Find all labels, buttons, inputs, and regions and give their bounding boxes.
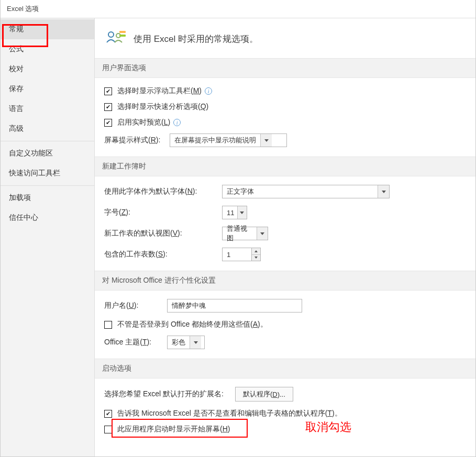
button-default-programs[interactable]: 默认程序(D)...	[235, 387, 293, 402]
info-icon[interactable]: i	[205, 87, 212, 95]
select-default-font[interactable]: 正文字体	[222, 185, 390, 198]
section-heading: 启动选项	[95, 359, 475, 378]
spinner-up[interactable]	[252, 248, 260, 255]
sidebar-item-proofing[interactable]: 校对	[1, 59, 94, 79]
chevron-down-icon	[257, 227, 268, 240]
sidebar-item-save[interactable]: 保存	[1, 79, 94, 99]
label-always-use-values: 不管是否登录到 Office 都始终使用这些值(A)。	[117, 320, 268, 329]
select-font-size[interactable]: 11	[222, 206, 247, 219]
sidebar-divider	[1, 185, 94, 186]
checkbox-show-mini-toolbar[interactable]	[104, 87, 112, 95]
checkbox-tell-default[interactable]	[104, 410, 112, 418]
label-screentip-style: 屏幕提示样式(R):	[104, 136, 160, 145]
spinner-down[interactable]	[252, 255, 260, 261]
sidebar-item-trust-center[interactable]: 信任中心	[1, 208, 94, 228]
sidebar-item-qat[interactable]: 快速访问工具栏	[1, 163, 94, 183]
label-font-size: 字号(Z):	[104, 208, 222, 217]
svg-rect-3	[119, 35, 126, 37]
section-ui-options: 用户界面选项 选择时显示浮动工具栏(M) i 选择时显示快速分析选项(Q) 启用…	[95, 58, 475, 157]
section-heading: 用户界面选项	[95, 58, 475, 78]
chevron-down-icon	[260, 134, 272, 147]
sidebar: 常规 公式 校对 保存 语言 高级 自定义功能区 快速访问工具栏 加载项 信任中…	[1, 18, 95, 456]
label-show-mini-toolbar: 选择时显示浮动工具栏(M)	[117, 86, 202, 96]
checkbox-show-start-screen[interactable]	[104, 426, 112, 433]
general-options-icon	[105, 30, 126, 48]
sidebar-item-advanced[interactable]: 高级	[1, 119, 94, 139]
section-heading: 新建工作簿时	[95, 157, 475, 176]
sidebar-item-formulas[interactable]: 公式	[1, 39, 94, 59]
label-default-view: 新工作表的默认视图(V):	[104, 229, 222, 238]
sidebar-item-general[interactable]: 常规	[1, 19, 94, 39]
label-tell-default: 告诉我 Microsoft Excel 是否不是查看和编辑电子表格的默认程序(T…	[117, 409, 342, 418]
chevron-down-icon	[237, 206, 247, 219]
sidebar-item-addins[interactable]: 加载项	[1, 188, 94, 208]
window-title: Excel 选项	[1, 0, 475, 18]
label-default-font: 使用此字体作为默认字体(N):	[104, 187, 222, 196]
info-icon[interactable]: i	[173, 119, 181, 126]
section-personalize: 对 Microsoft Office 进行个性化设置 用户名(U): 不管是否登…	[95, 271, 475, 359]
input-username[interactable]	[167, 299, 302, 313]
section-new-workbook: 新建工作簿时 使用此字体作为默认字体(N): 正文字体 字号(Z): 11	[95, 157, 475, 271]
select-default-view[interactable]: 普通视图	[222, 227, 268, 240]
label-office-theme: Office 主题(T):	[104, 338, 167, 347]
sidebar-divider	[1, 141, 94, 141]
select-screentip-style[interactable]: 在屏幕提示中显示功能说明	[170, 133, 287, 147]
checkbox-show-quick-analysis[interactable]	[104, 103, 112, 111]
svg-rect-2	[119, 31, 126, 33]
label-live-preview: 启用实时预览(L)	[117, 118, 170, 127]
label-show-quick-analysis: 选择时显示快速分析选项(Q)	[117, 102, 208, 112]
sidebar-item-language[interactable]: 语言	[1, 99, 94, 119]
label-default-extensions: 选择您希望 Excel 默认打开的扩展名:	[104, 389, 224, 399]
checkbox-live-preview[interactable]	[104, 119, 112, 127]
select-office-theme[interactable]: 彩色	[167, 336, 205, 349]
chevron-down-icon	[190, 336, 201, 349]
svg-point-0	[108, 32, 114, 37]
label-show-start-screen: 此应用程序启动时显示开始屏幕(H)	[117, 425, 230, 434]
main-pane: 使用 Excel 时采用的常规选项。 用户界面选项 选择时显示浮动工具栏(M) …	[95, 18, 475, 456]
chevron-down-icon	[378, 185, 389, 198]
label-sheet-count: 包含的工作表数(S):	[104, 250, 222, 259]
spinner-sheet-count[interactable]: 1	[222, 248, 261, 261]
label-username: 用户名(U):	[104, 301, 167, 310]
sidebar-item-customize-ribbon[interactable]: 自定义功能区	[1, 143, 94, 163]
checkbox-always-use-values[interactable]	[104, 321, 112, 329]
section-startup: 启动选项 选择您希望 Excel 默认打开的扩展名: 默认程序(D)... 告诉…	[95, 359, 475, 443]
page-title: 使用 Excel 时采用的常规选项。	[134, 33, 258, 45]
section-heading: 对 Microsoft Office 进行个性化设置	[95, 271, 475, 291]
